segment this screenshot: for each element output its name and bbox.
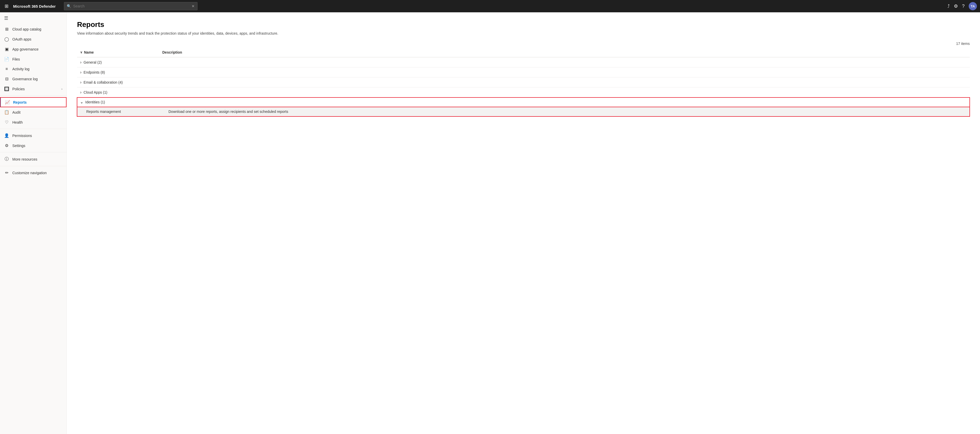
more-resources-icon: ⓘ [4, 157, 9, 162]
permissions-icon: 👤 [4, 133, 9, 138]
sidebar-label: More resources [12, 157, 62, 162]
sidebar-label: Audit [12, 110, 62, 114]
audit-icon: 📋 [4, 110, 9, 115]
sub-row-reports-management[interactable]: Reports management Download one or more … [77, 107, 970, 116]
cloud-app-catalog-icon: ⊞ [4, 27, 9, 32]
sidebar-toggle-button[interactable]: ☰ [4, 15, 8, 21]
topbar-actions: ⤴ ⚙ ? TA [947, 2, 977, 10]
group-identities[interactable]: Identities (1) [77, 97, 970, 107]
avatar[interactable]: TA [969, 2, 977, 10]
settings-icon: ⚙ [4, 143, 9, 148]
sidebar-item-oauth-apps[interactable]: ◯ OAuth apps [0, 34, 67, 44]
sidebar-divider-1 [0, 95, 67, 96]
policies-chevron-icon: › [61, 87, 62, 91]
chevron-right-icon [80, 90, 81, 95]
group-cloud-apps-label: Cloud Apps (1) [83, 90, 107, 94]
sidebar-item-audit[interactable]: 📋 Audit [0, 107, 67, 117]
search-clear-icon[interactable]: ✕ [192, 4, 195, 8]
sidebar-item-more-resources[interactable]: ⓘ More resources [0, 154, 67, 165]
group-cloud-apps[interactable]: Cloud Apps (1) [77, 87, 970, 97]
items-count: 17 items [77, 41, 970, 46]
sidebar-label: Reports [13, 100, 62, 105]
sidebar: ☰ ⊞ Cloud app catalog ◯ OAuth apps ▣ App… [0, 12, 67, 434]
topbar: ⊞ Microsoft 365 Defender 🔍 ✕ ⤴ ⚙ ? TA [0, 0, 980, 12]
search-input[interactable] [73, 4, 192, 8]
activity-log-icon: ≡ [4, 67, 9, 71]
sidebar-label: Settings [12, 144, 62, 148]
col-name[interactable]: ∨ Name [77, 48, 159, 57]
chevron-right-icon [80, 60, 81, 65]
sidebar-item-health[interactable]: ♡ Health [0, 117, 67, 127]
health-icon: ♡ [4, 120, 9, 125]
sidebar-label: Permissions [12, 134, 62, 138]
page-subtitle: View information about security trends a… [77, 31, 970, 35]
main-content: Reports View information about security … [67, 12, 980, 434]
sidebar-item-cloud-app-catalog[interactable]: ⊞ Cloud app catalog [0, 24, 67, 34]
sidebar-label: Health [12, 120, 62, 124]
sidebar-toggle: ☰ [0, 12, 67, 24]
col-description: Description [159, 48, 970, 57]
policies-icon: 🔲 [4, 86, 9, 91]
reports-icon: 📈 [5, 100, 10, 105]
reports-table: ∨ Name Description General (2) [77, 48, 970, 116]
sidebar-label: Files [12, 57, 62, 61]
search-icon: 🔍 [67, 4, 71, 8]
sidebar-item-settings[interactable]: ⚙ Settings [0, 141, 67, 150]
sidebar-item-reports[interactable]: 📈 Reports [0, 97, 67, 107]
reports-management-name: Reports management [77, 107, 159, 116]
group-endpoints[interactable]: Endpoints (8) [77, 68, 970, 78]
files-icon: 📄 [4, 57, 9, 62]
group-identities-label: Identities (1) [85, 100, 105, 104]
sidebar-item-files[interactable]: 📄 Files [0, 54, 67, 64]
sidebar-item-governance-log[interactable]: ⊟ Governance log [0, 74, 67, 84]
search-box: 🔍 ✕ [64, 2, 197, 10]
sidebar-label: Customize navigation [12, 171, 62, 175]
sidebar-label: Cloud app catalog [12, 27, 62, 31]
col-name-sort-icon: ∨ [80, 51, 83, 54]
sidebar-item-permissions[interactable]: 👤 Permissions [0, 131, 67, 141]
help-icon[interactable]: ? [962, 3, 964, 9]
sidebar-label: Policies [12, 87, 58, 91]
sidebar-label: App governance [12, 47, 62, 51]
app-governance-icon: ▣ [4, 47, 9, 52]
chevron-right-icon [80, 80, 81, 85]
chevron-right-icon [80, 70, 81, 74]
governance-log-icon: ⊟ [4, 76, 9, 81]
grid-icon[interactable]: ⊞ [3, 2, 10, 11]
group-general-label: General (2) [83, 60, 102, 64]
reports-management-description: Download one or more reports, assign rec… [159, 107, 970, 116]
customize-nav-icon: ✏ [4, 170, 9, 175]
sidebar-label: Activity log [12, 67, 62, 71]
share-icon[interactable]: ⤴ [947, 3, 950, 9]
chevron-down-icon [80, 100, 83, 104]
settings-icon[interactable]: ⚙ [954, 3, 958, 9]
page-title: Reports [77, 21, 970, 29]
sidebar-divider-3 [0, 152, 67, 152]
sidebar-label: OAuth apps [12, 37, 62, 41]
group-email-collaboration[interactable]: Email & collaboration (4) [77, 78, 970, 87]
app-title: Microsoft 365 Defender [13, 4, 56, 8]
sidebar-item-activity-log[interactable]: ≡ Activity log [0, 64, 67, 74]
sidebar-item-app-governance[interactable]: ▣ App governance [0, 44, 67, 54]
table-header-row: ∨ Name Description [77, 48, 970, 57]
sidebar-item-customize-navigation[interactable]: ✏ Customize navigation [0, 168, 67, 178]
sidebar-item-policies[interactable]: 🔲 Policies › [0, 84, 67, 94]
oauth-apps-icon: ◯ [4, 37, 9, 41]
group-general[interactable]: General (2) [77, 57, 970, 68]
group-endpoints-label: Endpoints (8) [83, 70, 105, 74]
layout: ☰ ⊞ Cloud app catalog ◯ OAuth apps ▣ App… [0, 12, 980, 434]
sidebar-label: Governance log [12, 77, 62, 81]
group-email-label: Email & collaboration (4) [83, 80, 123, 84]
